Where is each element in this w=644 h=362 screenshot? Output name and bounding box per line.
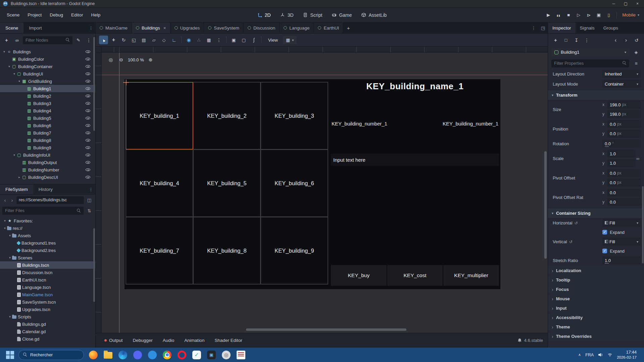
file-tree-row[interactable]: Calendar.gd (0, 328, 95, 335)
file-tree-row[interactable]: ▾ Scripts (0, 313, 95, 320)
filter-nodes-input[interactable] (26, 38, 66, 43)
file-tree-row[interactable]: MainGame.tscn (0, 291, 95, 298)
path-input[interactable] (19, 198, 82, 202)
building-cell[interactable]: KEY_building_3 (261, 83, 328, 149)
file-tree-row[interactable]: ▾ res:// (0, 224, 95, 232)
building-cell[interactable]: KEY_building_7 (126, 217, 193, 284)
workspace-game-button[interactable]: Game (332, 12, 352, 18)
size-y-field[interactable]: 198.0 px (607, 110, 641, 118)
filesystem-menu-button[interactable]: ⋮ (87, 185, 95, 194)
expand-arrow-icon[interactable]: ▾ (12, 153, 16, 157)
wifi-icon[interactable] (607, 353, 612, 357)
menu-item[interactable]: Help (87, 10, 104, 19)
expand-arrow-icon[interactable]: ▾ (12, 72, 16, 75)
horizontal-scrollbar[interactable] (246, 328, 406, 331)
app-icon-5[interactable] (146, 349, 159, 361)
file-tree-row[interactable]: Buildings.tscn (0, 261, 95, 269)
minimize-button[interactable]: ─ (612, 0, 615, 8)
visibility-eye-icon[interactable] (85, 153, 91, 157)
rotation-field[interactable]: 0.0 ° (602, 140, 641, 148)
vertical-expand-checkbox[interactable]: Expand (602, 249, 625, 254)
filesystem-tab[interactable]: FileSystem (0, 185, 33, 194)
notification-bell-icon[interactable] (517, 338, 522, 343)
history-forward-button[interactable] (622, 36, 631, 45)
workspace-script-button[interactable]: Script (303, 12, 323, 18)
scene-tree-row[interactable]: Building1 (0, 85, 95, 92)
visibility-eye-icon[interactable] (85, 71, 91, 76)
todo-app-icon[interactable] (190, 349, 203, 361)
revert-property-icon[interactable] (569, 239, 573, 244)
attach-script-button[interactable] (74, 36, 83, 45)
collapsed-section[interactable]: Theme (548, 323, 644, 331)
nav-back-button[interactable]: ‹ (2, 197, 8, 203)
expand-arrow-icon[interactable]: ▾ (8, 256, 12, 259)
selection-box[interactable] (126, 82, 193, 149)
filter-files-input[interactable] (5, 208, 77, 213)
scene-tree-row[interactable]: Building7 (0, 129, 95, 137)
scene-tab[interactable]: MainGame × (96, 22, 132, 33)
collapsed-section[interactable]: Mouse (548, 295, 644, 303)
bottom-panel-tab[interactable]: Output (100, 336, 127, 345)
new-resource-button[interactable] (551, 36, 560, 45)
scene-tree-row[interactable]: Building3 (0, 100, 95, 107)
collapsed-section[interactable]: Focus (548, 285, 644, 294)
visibility-eye-icon[interactable] (85, 145, 91, 150)
scene-tab[interactable]: Upgrades × (170, 22, 204, 33)
bottom-panel-tab[interactable]: Animation (180, 336, 208, 345)
scene-tree-row[interactable]: ▾ BuildingUI (0, 70, 95, 77)
link-scale-icon[interactable] (635, 156, 641, 161)
list-select-tool-button[interactable] (139, 36, 148, 44)
collapsed-section[interactable]: Accessibility (548, 313, 644, 322)
expand-arrow-icon[interactable]: ▸ (17, 175, 21, 179)
new-scene-tab-button[interactable]: + (343, 22, 353, 33)
file-tree-row[interactable]: Upgrades.tscn (0, 306, 95, 313)
nav-forward-button[interactable]: › (9, 197, 15, 203)
skeleton-options-button[interactable] (249, 36, 258, 44)
sort-files-icon[interactable]: ⇅ (86, 208, 93, 213)
volume-icon[interactable] (598, 353, 603, 357)
pivot-y-field[interactable]: 0.0 px (607, 178, 641, 187)
visibility-eye-icon[interactable] (85, 49, 91, 54)
scene-tree-row[interactable]: ▾ GridBuilding (0, 77, 95, 85)
visibility-eye-icon[interactable] (85, 57, 91, 61)
group-node-button[interactable] (239, 36, 248, 44)
shear-tool-button[interactable] (149, 36, 158, 44)
expand-arrow-icon[interactable]: ▾ (2, 50, 6, 53)
center-view-button[interactable] (107, 56, 114, 63)
move-tool-button[interactable] (109, 36, 118, 44)
version-label[interactable]: 4.6.stable (524, 338, 543, 343)
grid-snap-toggle[interactable] (204, 36, 213, 44)
workspace-2d-button[interactable]: 2D (257, 12, 271, 18)
expand-arrow-icon[interactable]: ▾ (3, 226, 7, 230)
scale-y-field[interactable]: 1.0 (607, 159, 635, 167)
scene-tree-row[interactable]: ▸ BuildingDescUI (0, 173, 95, 181)
building-cell[interactable]: KEY_building_6 (261, 150, 328, 216)
view-menu-button[interactable]: View (264, 36, 282, 44)
building-cell[interactable]: KEY_building_2 (194, 83, 260, 149)
horizontal-sizing-dropdown[interactable]: Fill (602, 219, 641, 227)
visibility-eye-icon[interactable] (85, 138, 91, 143)
building-action-button[interactable]: KEY_buy (331, 265, 387, 286)
vertical-sizing-dropdown[interactable]: Fill (602, 238, 641, 246)
instantiate-scene-button[interactable] (12, 36, 21, 45)
taskbar-search[interactable]: Rechercher (18, 350, 84, 360)
visibility-eye-icon[interactable] (85, 101, 91, 106)
inspector-tab[interactable]: Signals (576, 22, 599, 33)
scene-tab[interactable]: Discussion × (244, 22, 280, 33)
visibility-eye-icon[interactable] (85, 175, 91, 179)
history-button[interactable] (632, 36, 641, 45)
scene-tree-row[interactable]: Building5 (0, 114, 95, 122)
device-preset-dropdown[interactable]: Mobile ▾ (620, 12, 641, 17)
scene-tree-row[interactable]: Building2 (0, 92, 95, 100)
load-resource-button[interactable] (561, 36, 571, 45)
stop-button[interactable] (564, 11, 573, 19)
filter-properties-box[interactable] (551, 59, 629, 67)
scene-tree-row[interactable]: BuildingOutput (0, 159, 95, 166)
2d-canvas[interactable]: KEY_building_1KEY_building_2KEY_building… (102, 53, 548, 333)
workspace-assetlib-button[interactable]: AssetLib (361, 12, 387, 18)
visibility-eye-icon[interactable] (85, 94, 91, 98)
file-tree-row[interactable]: Discussion.tscn (0, 269, 95, 276)
visibility-eye-icon[interactable] (85, 64, 91, 69)
pivot-ratio-y-field[interactable]: 0.0 (607, 198, 641, 206)
scene-tab[interactable]: Language × (280, 22, 314, 33)
